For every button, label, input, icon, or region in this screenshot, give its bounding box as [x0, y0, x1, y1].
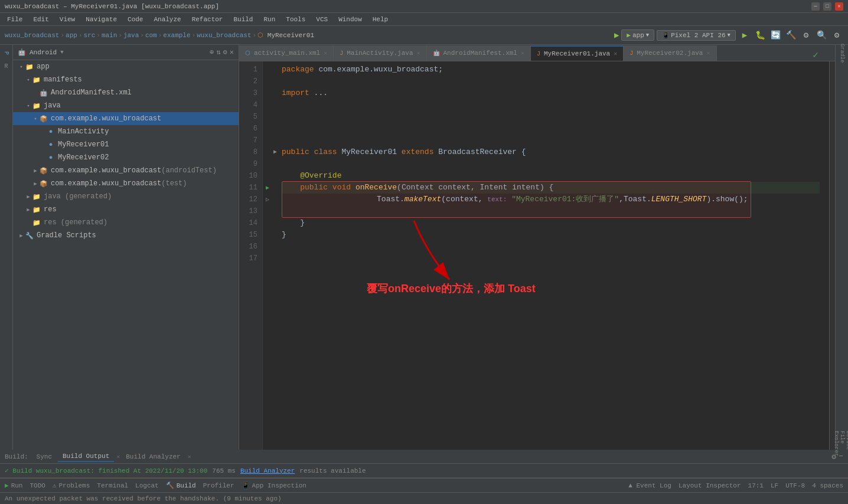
build-link-suffix: results available: [299, 467, 366, 474]
tree-item-gradle[interactable]: ▶ 🔧 Gradle Scripts: [13, 229, 239, 242]
build-tool-item[interactable]: 🔨 Build: [166, 482, 196, 489]
hide-panel-icon[interactable]: −: [839, 452, 843, 462]
menu-refactor[interactable]: Refactor: [187, 15, 228, 24]
run-button[interactable]: ▶: [738, 29, 751, 42]
app-inspection-label: App Inspection: [252, 482, 306, 489]
event-log-link[interactable]: ▲ Event Log: [628, 482, 671, 489]
debug-button[interactable]: 🐛: [754, 29, 767, 42]
tree-item-mainactivity[interactable]: ● MainActivity: [13, 125, 239, 138]
menu-edit[interactable]: Edit: [28, 15, 53, 24]
tab-mainactivity[interactable]: J MainActivity.java ✕: [334, 45, 426, 61]
breadcrumb-com[interactable]: com: [145, 32, 157, 39]
tab-myreceiver01[interactable]: J MyReceiver01.java ✕: [531, 45, 624, 61]
breadcrumb-app[interactable]: app: [66, 32, 77, 39]
tree-item-myreceiver02[interactable]: ● MyReceiver02: [13, 151, 239, 164]
code-content[interactable]: package com.example.wuxu_broadcast; impo…: [272, 61, 829, 450]
tab-build-sync[interactable]: Sync: [32, 452, 57, 462]
build-output-close-icon[interactable]: ✕: [116, 453, 120, 460]
app-inspection-tool-item[interactable]: 📱 App Inspection: [242, 482, 306, 489]
add-icon[interactable]: ⊕: [210, 48, 214, 57]
tree-item-java-gen[interactable]: ▶ 📁 java (generated): [13, 190, 239, 203]
tab-build-analyzer[interactable]: Build Analyzer: [121, 452, 185, 462]
minimize-button[interactable]: ─: [811, 2, 820, 11]
tab-build-output[interactable]: Build Output: [58, 451, 114, 462]
tree-item-manifests[interactable]: ▾ 📁 manifests: [13, 73, 239, 86]
tab-close-icon[interactable]: ✕: [324, 50, 327, 57]
tree-item-res-gen[interactable]: 📁 res (generated): [13, 216, 239, 229]
build-button[interactable]: 🔨: [784, 29, 797, 42]
close-panel-icon[interactable]: ✕: [230, 48, 234, 57]
breadcrumb-java[interactable]: java: [123, 32, 139, 39]
folder-icon: 📁: [32, 205, 41, 214]
app-selector-button[interactable]: ▶ app ▼: [621, 30, 654, 41]
tree-item-package-androidtest[interactable]: ▶ 📦 com.example.wuxu_broadcast (androidT…: [13, 164, 239, 177]
breadcrumb-main[interactable]: main: [102, 32, 117, 39]
search-everywhere[interactable]: 🔍: [815, 29, 828, 42]
close-button[interactable]: ✕: [835, 2, 843, 11]
menu-file[interactable]: File: [2, 15, 27, 24]
expand-icon[interactable]: ⇅: [216, 48, 220, 57]
gradle-panel-icon[interactable]: Gradle: [836, 47, 848, 59]
device-file-explorer-icon[interactable]: Device File Explorer: [836, 438, 848, 450]
run-tool-item[interactable]: ▶ Run: [5, 482, 22, 489]
menu-view[interactable]: View: [55, 15, 80, 24]
menu-vcs[interactable]: VCS: [311, 15, 332, 24]
logcat-label: Logcat: [135, 482, 159, 489]
tree-item-androidmanifest[interactable]: 🤖 AndroidManifest.xml: [13, 86, 239, 99]
maximize-button[interactable]: □: [823, 2, 831, 11]
breadcrumb-example[interactable]: example: [163, 32, 190, 39]
layout-inspector-link[interactable]: Layout Inspector: [679, 482, 741, 489]
menu-build[interactable]: Build: [229, 15, 257, 24]
code-editor[interactable]: 1 2 3 4 5 6 7 8 9 10 11 ● 12 13 14 15 16…: [239, 61, 835, 450]
tree-item-res[interactable]: ▶ 📁 res: [13, 203, 239, 216]
tree-item-package-main[interactable]: ▾ 📦 com.example.wuxu_broadcast: [13, 112, 239, 125]
build-analyzer-close-icon[interactable]: ✕: [188, 453, 191, 460]
breadcrumb-file[interactable]: ⬡ MyReceiver01: [257, 31, 314, 39]
code-line-12: Toast.makeText(context, text: "MyReceive…: [282, 194, 820, 205]
tree-item-myreceiver01[interactable]: ● MyReceiver01: [13, 138, 239, 151]
menu-window[interactable]: Window: [334, 15, 367, 24]
settings-button[interactable]: ⚙: [830, 29, 843, 42]
tab-close-icon[interactable]: ✕: [614, 50, 617, 57]
dropdown-icon[interactable]: ▼: [60, 50, 63, 55]
todo-tool-item[interactable]: TODO: [30, 482, 45, 489]
tab-androidmanifest[interactable]: 🤖 AndroidManifest.xml ✕: [427, 45, 531, 61]
breadcrumb-project[interactable]: wuxu_broadcast: [5, 32, 59, 39]
project-icon[interactable]: P: [1, 47, 12, 59]
build-analyzer-link[interactable]: Build Analyzer: [240, 467, 295, 474]
breadcrumb-package[interactable]: wuxu_broadcast: [197, 32, 251, 39]
device-selector-button[interactable]: 📱 Pixel 2 API 26 ▼: [657, 30, 736, 41]
logcat-tool-item[interactable]: Logcat: [135, 482, 159, 489]
tab-close-icon[interactable]: ✕: [416, 50, 420, 57]
editor-scrollbar[interactable]: [829, 61, 835, 450]
tab-myreceiver02[interactable]: J MyReceiver02.java ✕: [624, 45, 716, 61]
tree-item-package-test[interactable]: ▶ 📦 com.example.wuxu_broadcast (test): [13, 177, 239, 190]
tree-item-java[interactable]: ▾ 📁 java: [13, 99, 239, 112]
menu-tools[interactable]: Tools: [281, 15, 310, 24]
menu-help[interactable]: Help: [368, 15, 393, 24]
profiler-tool-item[interactable]: Profiler: [203, 482, 234, 489]
tab-close-icon[interactable]: ✕: [521, 50, 524, 57]
sync-button[interactable]: 🔄: [769, 29, 782, 42]
android-icon: 🤖: [18, 48, 26, 56]
breadcrumb-src[interactable]: src: [83, 32, 95, 39]
menu-run[interactable]: Run: [259, 15, 280, 24]
tree-label-app: app: [37, 63, 50, 71]
toolbar-actions: ▶ ▶ app ▼ 📱 Pixel 2 API 26 ▼ ▶ 🐛 🔄 🔨 ⚙ 🔍…: [614, 29, 843, 42]
resource-manager-icon[interactable]: R: [1, 60, 12, 72]
problems-tool-item[interactable]: ⚠ Problems: [53, 482, 90, 489]
line-ending: LF: [771, 482, 778, 489]
tab-activity-main[interactable]: ⬡ activity_main.xml ✕: [239, 45, 334, 61]
menu-code[interactable]: Code: [123, 15, 148, 24]
folder-icon: 📁: [32, 218, 41, 227]
menu-navigate[interactable]: Navigate: [81, 15, 122, 24]
code-line-10: @Override: [282, 170, 820, 182]
more-tools[interactable]: ⚙: [800, 29, 813, 42]
terminal-tool-item[interactable]: Terminal: [97, 482, 128, 489]
settings-gear-icon[interactable]: ⚙: [831, 452, 836, 462]
menu-analyze[interactable]: Analyze: [149, 15, 185, 24]
tab-close-icon[interactable]: ✕: [706, 50, 710, 57]
gear-icon[interactable]: ⚙: [223, 48, 227, 57]
tree-item-app[interactable]: ▾ 📁 app: [13, 60, 239, 73]
cursor-position: 17:1: [748, 482, 764, 489]
